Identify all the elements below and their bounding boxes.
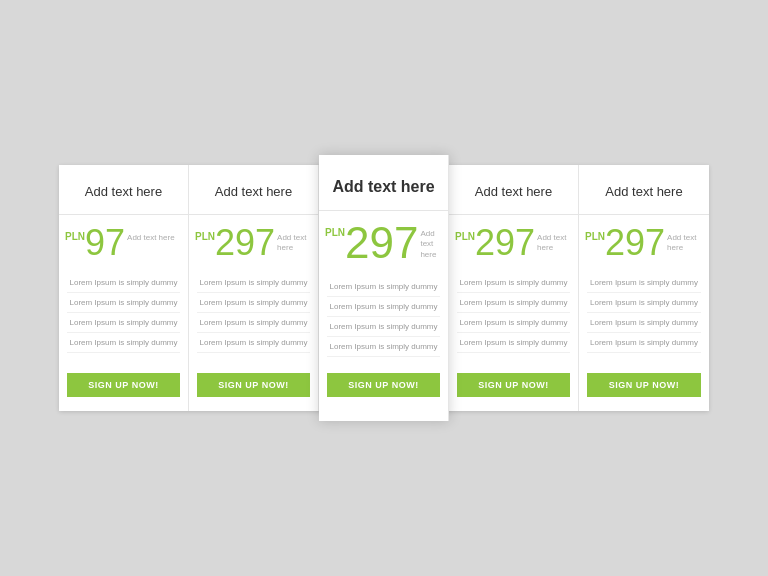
signup-button-4[interactable]: SIGN UP NOW!	[457, 373, 570, 397]
feature-item-3-2: Lorem Ipsum is simply dummy	[327, 297, 440, 317]
price-area-4: PLN297Add text here	[449, 215, 578, 269]
feature-item-2-4: Lorem Ipsum is simply dummy	[197, 333, 310, 353]
price-currency-3: PLN	[325, 227, 345, 238]
feature-item-1-4: Lorem Ipsum is simply dummy	[67, 333, 180, 353]
price-area-3: PLN297Add text here	[319, 211, 448, 273]
feature-item-4-3: Lorem Ipsum is simply dummy	[457, 313, 570, 333]
price-sub-2: Add text here	[277, 233, 312, 254]
feature-item-1-1: Lorem Ipsum is simply dummy	[67, 273, 180, 293]
features-list-3: Lorem Ipsum is simply dummyLorem Ipsum i…	[319, 273, 448, 361]
feature-item-2-3: Lorem Ipsum is simply dummy	[197, 313, 310, 333]
pricing-table: Add text herePLN97Add text hereLorem Ips…	[59, 165, 709, 411]
features-list-2: Lorem Ipsum is simply dummyLorem Ipsum i…	[189, 269, 318, 361]
feature-item-4-2: Lorem Ipsum is simply dummy	[457, 293, 570, 313]
feature-item-3-3: Lorem Ipsum is simply dummy	[327, 317, 440, 337]
signup-button-5[interactable]: SIGN UP NOW!	[587, 373, 701, 397]
card-title-1: Add text here	[59, 165, 188, 215]
feature-item-5-2: Lorem Ipsum is simply dummy	[587, 293, 701, 313]
price-currency-1: PLN	[65, 231, 85, 242]
price-sub-1: Add text here	[127, 233, 175, 243]
card-title-4: Add text here	[449, 165, 578, 215]
feature-item-2-2: Lorem Ipsum is simply dummy	[197, 293, 310, 313]
signup-button-1[interactable]: SIGN UP NOW!	[67, 373, 180, 397]
signup-button-3[interactable]: SIGN UP NOW!	[327, 373, 440, 397]
price-currency-5: PLN	[585, 231, 605, 242]
price-sub-4: Add text here	[537, 233, 572, 254]
price-number-3: 297	[345, 221, 418, 265]
feature-item-2-1: Lorem Ipsum is simply dummy	[197, 273, 310, 293]
feature-item-3-1: Lorem Ipsum is simply dummy	[327, 277, 440, 297]
price-area-5: PLN297Add text here	[579, 215, 709, 269]
feature-item-1-3: Lorem Ipsum is simply dummy	[67, 313, 180, 333]
price-number-1: 97	[85, 225, 125, 261]
feature-item-5-4: Lorem Ipsum is simply dummy	[587, 333, 701, 353]
features-list-4: Lorem Ipsum is simply dummyLorem Ipsum i…	[449, 269, 578, 361]
card-title-5: Add text here	[579, 165, 709, 215]
price-area-1: PLN97Add text here	[59, 215, 188, 269]
price-number-4: 297	[475, 225, 535, 261]
card-title-2: Add text here	[189, 165, 318, 215]
feature-item-4-1: Lorem Ipsum is simply dummy	[457, 273, 570, 293]
pricing-card-1: Add text herePLN97Add text hereLorem Ips…	[59, 165, 189, 411]
signup-button-2[interactable]: SIGN UP NOW!	[197, 373, 310, 397]
feature-item-4-4: Lorem Ipsum is simply dummy	[457, 333, 570, 353]
price-currency-4: PLN	[455, 231, 475, 242]
pricing-card-2: Add text herePLN297Add text hereLorem Ip…	[189, 165, 319, 411]
feature-item-3-4: Lorem Ipsum is simply dummy	[327, 337, 440, 357]
pricing-card-3: Add text herePLN297Add text hereLorem Ip…	[319, 155, 449, 421]
feature-item-5-1: Lorem Ipsum is simply dummy	[587, 273, 701, 293]
feature-item-1-2: Lorem Ipsum is simply dummy	[67, 293, 180, 313]
card-title-3: Add text here	[319, 155, 448, 211]
feature-item-5-3: Lorem Ipsum is simply dummy	[587, 313, 701, 333]
price-number-5: 297	[605, 225, 665, 261]
features-list-5: Lorem Ipsum is simply dummyLorem Ipsum i…	[579, 269, 709, 361]
pricing-card-5: Add text herePLN297Add text hereLorem Ip…	[579, 165, 709, 411]
price-sub-3: Add text here	[420, 229, 442, 260]
pricing-card-4: Add text herePLN297Add text hereLorem Ip…	[449, 165, 579, 411]
price-currency-2: PLN	[195, 231, 215, 242]
price-area-2: PLN297Add text here	[189, 215, 318, 269]
price-number-2: 297	[215, 225, 275, 261]
features-list-1: Lorem Ipsum is simply dummyLorem Ipsum i…	[59, 269, 188, 361]
price-sub-5: Add text here	[667, 233, 703, 254]
